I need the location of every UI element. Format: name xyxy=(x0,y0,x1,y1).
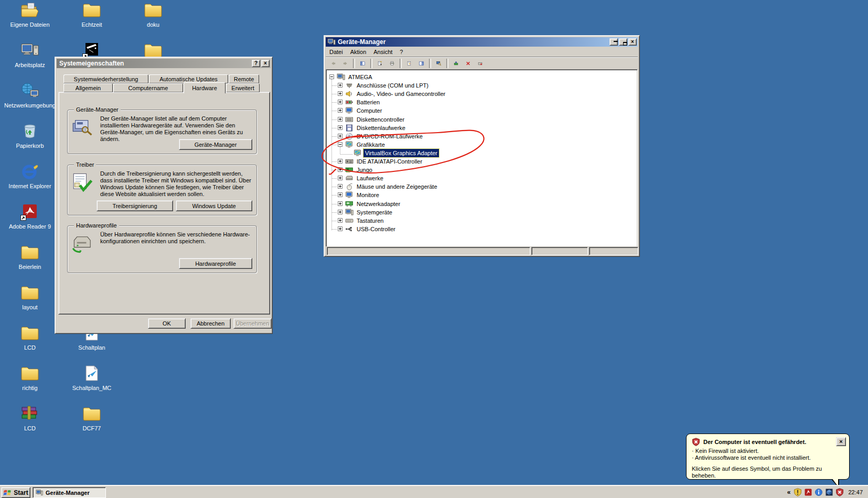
desktop-icon-eigene-dateien[interactable]: Eigene Dateien xyxy=(1,2,59,28)
tab-systemwiederherstellung[interactable]: Systemwiederherstellung xyxy=(63,74,148,83)
expand-toggle-icon[interactable] xyxy=(338,167,342,172)
collapse-toggle-icon[interactable] xyxy=(338,142,342,147)
desktop-icon-doku[interactable]: doku xyxy=(124,2,182,28)
tree-item-monitore[interactable]: Monitore xyxy=(326,191,637,199)
tab-computername[interactable]: Computername xyxy=(113,83,183,92)
close-icon[interactable]: × xyxy=(628,38,637,46)
menu-item-ansicht[interactable]: Ansicht xyxy=(370,48,396,56)
expand-toggle-icon[interactable] xyxy=(338,100,342,104)
tab-remote[interactable]: Remote xyxy=(229,74,259,83)
tray-info-notification-icon[interactable] xyxy=(815,488,823,496)
desktop-icon-echtzeit[interactable]: Echtzeit xyxy=(63,2,121,28)
desktop-icon-beierlein[interactable]: Beierlein xyxy=(1,244,59,270)
expand-toggle-icon[interactable] xyxy=(338,210,342,214)
dialog-titlebar[interactable]: Systemeigenschaften ? × xyxy=(57,59,271,68)
toolbar-properties-icon[interactable] xyxy=(374,58,386,69)
windows-update-button[interactable]: Windows Update xyxy=(176,200,252,211)
tree-item-diskettencontroller[interactable]: Diskettencontroller xyxy=(326,115,637,124)
toolbar-print-icon[interactable] xyxy=(386,58,398,69)
toolbar-update-driver-icon[interactable] xyxy=(450,58,462,69)
desktop-icon-papierkorb[interactable]: Papierkorb xyxy=(1,123,59,149)
expand-toggle-icon[interactable] xyxy=(338,108,342,113)
tray-security-center-shield-icon[interactable] xyxy=(794,488,802,496)
expand-toggle-icon[interactable] xyxy=(338,218,342,223)
tab-hardware[interactable]: Hardware xyxy=(184,82,226,93)
tree-item-usb-controller[interactable]: USB-Controller xyxy=(326,225,637,233)
tree-item-m-use-und-andere-zeigeger-te[interactable]: Mäuse und andere Zeigegeräte xyxy=(326,182,637,191)
tab-allgemein[interactable]: Allgemein xyxy=(63,83,113,92)
desktop-icon-layout[interactable]: layout xyxy=(1,285,59,310)
help-button[interactable]: ? xyxy=(252,60,260,67)
toolbar-forward-icon[interactable] xyxy=(339,58,351,69)
desktop-icon-netzwerkumgebung[interactable]: Netzwerkumgebung xyxy=(1,83,59,109)
task-button-geraete-manager[interactable]: Geräte-Manager xyxy=(33,487,106,498)
ger-te-manager-button[interactable]: Geräte-Manager xyxy=(179,139,252,150)
expand-toggle-icon[interactable] xyxy=(338,134,342,138)
toolbar-uninstall-device-icon[interactable] xyxy=(474,58,486,69)
collapse-toggle-icon[interactable] xyxy=(329,74,334,79)
tree-item-audio-video-und-gamecontroller[interactable]: Audio-, Video- und Gamecontroller xyxy=(326,90,637,98)
tree-item-tastaturen[interactable]: Tastaturen xyxy=(326,216,637,225)
balloon-lines: · Kein Firewall ist aktiviert.· Antiviru… xyxy=(687,448,849,461)
close-icon[interactable]: × xyxy=(261,60,270,67)
maximize-button[interactable] xyxy=(619,38,627,46)
expand-toggle-icon[interactable] xyxy=(338,125,342,130)
ok-button[interactable]: OK xyxy=(148,318,186,329)
tray-chevron[interactable]: « xyxy=(786,489,792,496)
tree-item-virtualbox-graphics-adapter[interactable]: VirtualBox Graphics Adapter xyxy=(326,149,637,157)
tree-item-jungo[interactable]: Jungo xyxy=(326,166,637,174)
toolbar-help-icon[interactable] xyxy=(403,58,415,69)
tree-item-computer[interactable]: Computer xyxy=(326,106,637,115)
treibersignierung-button[interactable]: Treibersignierung xyxy=(97,200,173,211)
balloon-close-icon[interactable]: × xyxy=(836,437,846,446)
tree-item-diskettenlaufwerke[interactable]: Diskettenlaufwerke xyxy=(326,124,637,132)
window-titlebar[interactable]: Geräte-Manager × xyxy=(326,37,638,47)
desktop-icon-schaltplan-mc[interactable]: Schaltplan_MC xyxy=(63,365,121,391)
tree-item-systemger-te[interactable]: Systemgeräte xyxy=(326,208,637,216)
desktop-icon-richtig[interactable]: richtig xyxy=(1,365,59,391)
tree-item-anschl-sse-com-und-lpt[interactable]: Anschlüsse (COM und LPT) xyxy=(326,81,637,90)
tab-erweitert[interactable]: Erweitert xyxy=(226,83,260,92)
expand-toggle-icon[interactable] xyxy=(338,176,342,180)
toolbar-scan-hardware-icon[interactable] xyxy=(433,58,445,69)
expand-toggle-icon[interactable] xyxy=(338,117,342,122)
bernehmen-button[interactable]: Übernehmen xyxy=(233,318,272,329)
device-tree[interactable]: ATMEGAAnschlüsse (COM und LPT)Audio-, Vi… xyxy=(326,69,638,247)
desktop-icon-lcd[interactable]: LCD xyxy=(1,406,59,431)
tray-virtualbox-guest-icon[interactable] xyxy=(825,488,833,496)
menu-item-aktion[interactable]: Aktion xyxy=(347,48,370,56)
tree-item-netzwerkadapter[interactable]: Netzwerkadapter xyxy=(326,200,637,208)
expand-toggle-icon[interactable] xyxy=(338,83,342,88)
tree-item-laufwerke[interactable]: Laufwerke xyxy=(326,174,637,182)
expand-toggle-icon[interactable] xyxy=(338,159,342,164)
hardwareprofile-button[interactable]: Hardwareprofile xyxy=(179,258,252,269)
expand-toggle-icon[interactable] xyxy=(338,184,342,189)
expand-toggle-icon[interactable] xyxy=(338,226,342,231)
abbrechen-button[interactable]: Abbrechen xyxy=(190,318,231,329)
desktop-icon-lcd[interactable]: LCD xyxy=(1,325,59,351)
tree-item-grafikkarte[interactable]: Grafikkarte xyxy=(326,140,637,149)
desktop-icon-arbeitsplatz[interactable]: Arbeitsplatz xyxy=(1,42,59,68)
start-button[interactable]: Start xyxy=(1,487,30,498)
toolbar-action-pane-icon[interactable] xyxy=(415,58,427,69)
toolbar-back-icon[interactable] xyxy=(327,58,339,69)
tray-security-alert-shield-icon[interactable] xyxy=(835,488,844,496)
toolbar-disable-device-icon[interactable] xyxy=(462,58,474,69)
expand-toggle-icon[interactable] xyxy=(338,192,342,197)
device-manager-icon xyxy=(72,117,95,138)
minimize-button[interactable] xyxy=(609,38,618,46)
desktop-icon-adobe-reader-9[interactable]: Adobe Reader 9 xyxy=(1,204,59,230)
desktop-icon-internet-explorer[interactable]: Internet Explorer xyxy=(1,164,59,189)
tree-item-dvd-cd-rom-laufwerke[interactable]: DVD/CD-ROM-Laufwerke xyxy=(326,132,637,140)
tray-adobe-acrobat-icon[interactable] xyxy=(804,488,812,496)
tree-item-atmega[interactable]: ATMEGA xyxy=(326,73,637,81)
usb-device-icon xyxy=(345,225,353,233)
menu-item-datei[interactable]: Datei xyxy=(326,48,347,56)
tree-item-batterien[interactable]: Batterien xyxy=(326,98,637,106)
expand-toggle-icon[interactable] xyxy=(338,91,342,96)
expand-toggle-icon[interactable] xyxy=(338,201,342,206)
toolbar-console-tree-icon[interactable] xyxy=(357,58,369,69)
menu-item-x[interactable]: ? xyxy=(396,48,406,56)
desktop-icon-dcf77[interactable]: DCF77 xyxy=(63,406,121,431)
tree-item-ide-ata-atapi-controller[interactable]: IDE ATA/ATAPI-Controller xyxy=(326,157,637,166)
